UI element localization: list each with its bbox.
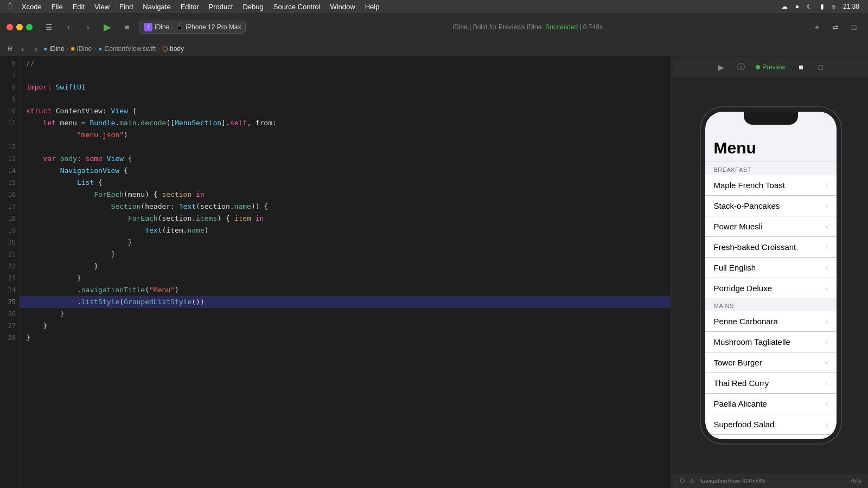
menu-navigate[interactable]: Navigate — [143, 3, 170, 11]
chevron-icon: › — [825, 284, 827, 292]
menu-find[interactable]: Find — [119, 3, 133, 11]
menu-window[interactable]: Window — [330, 3, 355, 11]
minimize-button[interactable] — [16, 24, 23, 30]
menu-debug[interactable]: Debug — [242, 3, 263, 11]
menu-editor[interactable]: Editor — [181, 3, 199, 11]
line-num-21: 21 — [8, 248, 16, 260]
nav-forward-button[interactable]: › — [80, 20, 95, 35]
fullscreen-button[interactable] — [26, 24, 33, 30]
menu-help[interactable]: Help — [365, 3, 380, 11]
nav-back-button[interactable]: ‹ — [61, 20, 76, 35]
code-line-23: } — [20, 272, 671, 284]
ios-list[interactable]: BREAKFAST Maple French Toast › Stack-o-P… — [705, 162, 837, 439]
mac-topbar:  Xcode File Edit View Find Navigate Edi… — [0, 0, 868, 13]
preview-play-icon[interactable]: ▶ — [716, 61, 726, 74]
preview-pin-icon[interactable]: □ — [816, 61, 825, 74]
breadcrumb-file[interactable]: ContentView.swift — [104, 45, 156, 53]
breadcrumb-project[interactable]: iDine — [49, 45, 64, 53]
code-line-9 — [20, 93, 671, 105]
breadcrumb-icon-folder: ■ — [71, 45, 75, 53]
menu-view[interactable]: View — [94, 3, 110, 11]
scheme-selector[interactable]: i iDine › 📱 iPhone 12 Pro Max — [139, 21, 246, 34]
iphone-frame: Menu BREAKFAST Maple French Toast › — [701, 107, 841, 444]
code-line-11b: "menu.json") — [20, 129, 671, 141]
code-line-24: .navigationTitle("Menu") — [20, 284, 671, 296]
mains-list-group: Penne Carbonara › Mushroom Tagliatelle ›… — [705, 311, 837, 439]
line-num-7: 7 — [12, 69, 16, 81]
breadcrumb-left-btn[interactable]: ⊞ — [4, 43, 15, 54]
section-header-mains: MAINS — [705, 298, 837, 311]
breadcrumb-sep-3: › — [158, 45, 160, 53]
preview-label[interactable]: Preview — [756, 63, 786, 71]
list-item-porridge-deluxe[interactable]: Porridge Deluxe › — [705, 278, 837, 298]
line-num-14: 14 — [8, 165, 16, 177]
battery-icon: ▮ — [820, 3, 824, 10]
run-button[interactable]: ▶ — [100, 20, 115, 35]
menu-file[interactable]: File — [52, 3, 63, 11]
list-item-pesto-farfalle[interactable]: Pesto Farfalle › — [705, 435, 837, 439]
toolbar-right-buttons: + ⇄ □ — [809, 20, 861, 35]
list-item-power-muesli[interactable]: Power Muesli › — [705, 216, 837, 237]
code-line-26: } — [20, 308, 671, 320]
breadcrumb-folder[interactable]: iDine — [77, 45, 92, 53]
chevron-icon: › — [825, 222, 827, 230]
line-num-15: 15 — [8, 177, 16, 189]
code-line-7 — [20, 69, 671, 81]
list-item-tower-burger[interactable]: Tower Burger › — [705, 352, 837, 373]
add-button[interactable]: + — [809, 20, 825, 35]
list-item-mushroom-tagliatelle[interactable]: Mushroom Tagliatelle › — [705, 332, 837, 352]
chevron-icon: › — [825, 400, 827, 408]
clock: 21:38 — [843, 3, 859, 10]
code-line-16: ForEach(menu) { section in — [20, 189, 671, 201]
code-line-19: Text(item.name) — [20, 224, 671, 236]
close-button[interactable] — [7, 24, 13, 30]
chevron-icon: › — [825, 181, 827, 189]
sidebar-toggle-button[interactable]: ☰ — [41, 20, 56, 35]
list-item-stack-pancakes[interactable]: Stack-o-Pancakes › — [705, 196, 837, 216]
preview-bottom-bar: ⬡ ⚠ NavigationView 428×845 75% — [673, 473, 868, 488]
list-item-superfood-salad[interactable]: Superfood Salad › — [705, 414, 837, 435]
list-item-paella-alicante[interactable]: Paella Alicante › — [705, 394, 837, 414]
preview-view-info: NavigationView 428×845 — [699, 478, 765, 484]
preview-alert-icon: ⚠ — [690, 477, 695, 484]
list-item-thai-red-curry[interactable]: Thai Red Curry › — [705, 373, 837, 394]
preview-diamond-icon: ⬡ — [680, 477, 685, 484]
code-line-11a: let menu = Bundle.main.decode([MenuSecti… — [20, 117, 671, 129]
preview-zoom: 75% — [850, 478, 861, 484]
code-line-28: } — [20, 332, 671, 344]
preview-device-icon[interactable]: ◽ — [794, 61, 808, 74]
menu-product[interactable]: Product — [209, 3, 233, 11]
chevron-icon: › — [825, 379, 827, 387]
breadcrumb-nav-fwd[interactable]: › — [30, 43, 41, 54]
list-item-maple-french-toast[interactable]: Maple French Toast › — [705, 175, 837, 196]
preview-info-icon[interactable]: ⓘ — [735, 60, 747, 74]
back-forward-button[interactable]: ⇄ — [828, 20, 843, 35]
line-num-24: 24 — [8, 284, 16, 296]
menu-xcode[interactable]: Xcode — [22, 3, 42, 11]
chevron-icon: › — [825, 420, 827, 428]
list-item-full-english[interactable]: Full English › — [705, 258, 837, 278]
breakfast-list-group: Maple French Toast › Stack-o-Pancakes › … — [705, 175, 837, 298]
list-item-penne-carbonara[interactable]: Penne Carbonara › — [705, 311, 837, 332]
breadcrumb-symbol[interactable]: body — [170, 45, 184, 53]
section-header-breakfast: BREAKFAST — [705, 162, 837, 175]
line-num-20: 20 — [8, 236, 16, 248]
code-editor[interactable]: // import SwiftUI struct ContentView: Vi… — [20, 56, 671, 488]
preview-toolbar: ▶ ⓘ Preview ◽ □ — [673, 56, 868, 78]
menu-source-control[interactable]: Source Control — [273, 3, 321, 11]
scheme-icon: 📱 — [176, 23, 183, 30]
line-num-22: 22 — [8, 260, 16, 272]
line-num-11a: 11 — [8, 117, 16, 129]
breadcrumb-nav-back[interactable]: ‹ — [17, 43, 28, 54]
apple-icon[interactable]:  — [9, 2, 12, 11]
editor-area: 6 7 8 9 10 11 12 13 14 15 16 17 18 19 20… — [0, 56, 671, 488]
code-line-14: NavigationView { — [20, 165, 671, 177]
breadcrumb-icon-file: ● — [98, 45, 102, 53]
scheme-sep: › — [171, 23, 174, 31]
stop-button[interactable]: ■ — [119, 20, 135, 35]
menu-edit[interactable]: Edit — [73, 3, 85, 11]
iphone-screen: Menu BREAKFAST Maple French Toast › — [705, 112, 837, 439]
traffic-lights — [7, 24, 33, 30]
list-item-fresh-baked-croissant[interactable]: Fresh-baked Croissant › — [705, 237, 837, 258]
inspector-toggle-button[interactable]: □ — [846, 20, 861, 35]
